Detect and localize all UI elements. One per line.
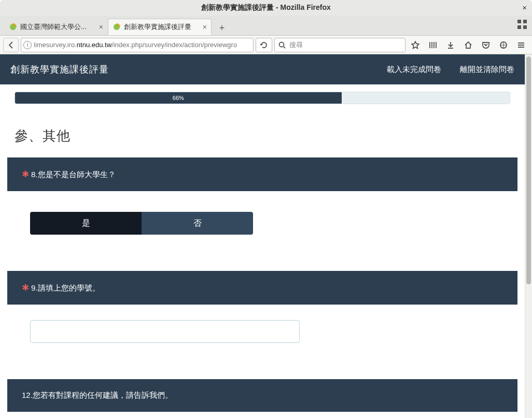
progress-text: 66% [173, 95, 184, 101]
back-button[interactable] [3, 38, 19, 52]
survey-header: 創新教學實施課後評量 載入未完成問卷 離開並清除問卷 [0, 54, 525, 84]
question-text: 9.請填上您的學號。 [31, 283, 100, 292]
library-icon[interactable] [425, 38, 441, 52]
favicon-icon [9, 23, 17, 31]
window-title: 創新教學實施課後評量 - Mozilla Firefox [201, 3, 331, 12]
url-text: limesurvey.iro.ntnu.edu.tw/index.php/sur… [34, 41, 251, 49]
reader-icon[interactable] [496, 38, 511, 52]
progress-wrap: 66% [0, 84, 525, 109]
tab-survey[interactable]: 創新教學實施課後評量 × [108, 19, 212, 35]
student-id-input[interactable] [30, 320, 300, 343]
search-icon [278, 41, 286, 49]
new-tab-button[interactable]: + [215, 21, 229, 35]
question-header: ✱9.請填上您的學號。 [7, 271, 517, 305]
viewport: 創新教學實施課後評量 載入未完成問卷 離開並清除問卷 66% 參、其他 ✱8.您… [0, 54, 532, 418]
window-close-icon[interactable]: × [522, 3, 527, 12]
info-icon[interactable]: i [23, 41, 32, 49]
no-button[interactable]: 否 [142, 212, 253, 235]
question-header: ✱8.您是不是台師大學生？ [7, 157, 517, 191]
question-header: 12.您若有對課程的任何建議，請告訴我們。 [7, 379, 517, 412]
page-content: 創新教學實施課後評量 載入未完成問卷 離開並清除問卷 66% 參、其他 ✱8.您… [0, 54, 525, 418]
star-icon[interactable] [408, 38, 423, 52]
url-bar[interactable]: i limesurvey.iro.ntnu.edu.tw/index.php/s… [21, 38, 254, 52]
tab-label: 國立臺灣師範大學公... [20, 22, 96, 32]
download-icon[interactable] [443, 38, 458, 52]
browser-chrome: 國立臺灣師範大學公... × 創新教學實施課後評量 × + i limesurv… [0, 16, 532, 54]
menu-icon[interactable] [513, 38, 529, 52]
load-unfinished-link[interactable]: 載入未完成問卷 [387, 65, 441, 75]
question-body: 是 否 [7, 191, 517, 255]
progress-bar: 66% [15, 92, 510, 104]
required-icon: ✱ [22, 283, 29, 293]
os-titlebar: 創新教學實施課後評量 - Mozilla Firefox × [0, 0, 532, 16]
required-icon: ✱ [22, 169, 29, 179]
tile-view-icon[interactable] [517, 20, 527, 29]
exit-clear-link[interactable]: 離開並清除問卷 [460, 65, 514, 75]
question-8: ✱8.您是不是台師大學生？ 是 否 [7, 157, 517, 255]
home-icon[interactable] [460, 38, 476, 52]
scroll-thumb[interactable] [526, 56, 531, 284]
search-input[interactable] [289, 41, 402, 49]
reload-button[interactable] [256, 38, 272, 52]
tab-close-icon[interactable]: × [99, 23, 103, 31]
question-9: ✱9.請填上您的學號。 [7, 271, 517, 364]
scrollbar[interactable] [525, 54, 532, 418]
question-body [7, 305, 517, 364]
question-12: 12.您若有對課程的任何建議，請告訴我們。 [7, 379, 517, 412]
favicon-icon [113, 23, 121, 31]
yes-button[interactable]: 是 [30, 212, 142, 235]
tab-label: 創新教學實施課後評量 [124, 22, 200, 32]
section-title: 參、其他 [0, 109, 525, 157]
tab-ntnu[interactable]: 國立臺灣師範大學公... × [4, 19, 108, 35]
search-bar[interactable] [274, 38, 405, 52]
toolbar: i limesurvey.iro.ntnu.edu.tw/index.php/s… [0, 35, 532, 54]
tab-close-icon[interactable]: × [203, 23, 207, 31]
yes-no-group: 是 否 [30, 212, 253, 235]
question-text: 8.您是不是台師大學生？ [31, 170, 116, 179]
progress-fill: 66% [15, 92, 342, 104]
survey-title: 創新教學實施課後評量 [10, 63, 109, 76]
pocket-icon[interactable] [478, 38, 494, 52]
svg-point-2 [279, 42, 284, 47]
tab-strip: 國立臺灣師範大學公... × 創新教學實施課後評量 × + [0, 16, 532, 35]
question-text: 12.您若有對課程的任何建議，請告訴我們。 [22, 391, 173, 399]
